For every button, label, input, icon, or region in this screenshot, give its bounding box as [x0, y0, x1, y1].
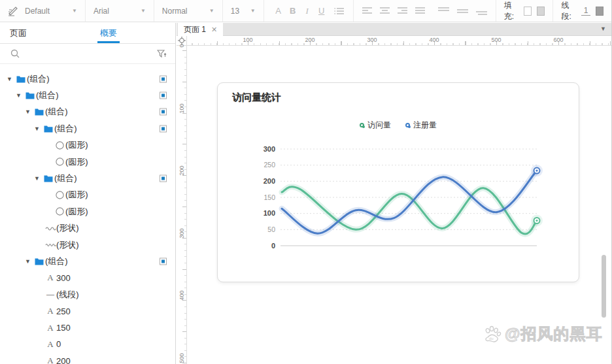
bold-button[interactable]: B: [286, 6, 299, 16]
align-left-icon[interactable]: [362, 7, 373, 15]
vertical-scrollbar-thumb[interactable]: [602, 255, 606, 318]
outline-tree: ▼(组合)▼(组合)▼(组合)▼(组合)(圆形)(圆形)▼(组合)(圆形)(圆形…: [0, 65, 175, 364]
style-selector-dropdown[interactable]: Default ▼: [25, 7, 77, 16]
tree-item[interactable]: (形状): [0, 237, 175, 253]
italic-button[interactable]: I: [301, 6, 314, 16]
tree-item[interactable]: A300: [0, 270, 175, 286]
align-justify-icon[interactable]: [415, 7, 426, 15]
group-select-toggle[interactable]: [160, 125, 167, 132]
svg-text:0: 0: [271, 242, 275, 250]
expand-chevron-icon[interactable]: ▼: [34, 175, 42, 182]
font-size-dropdown[interactable]: 13 ▼: [231, 7, 256, 16]
ruler-number: 500: [178, 350, 185, 364]
watermark: du @招风的黑耳: [483, 323, 602, 344]
style-group: Default ▼: [0, 0, 86, 22]
tree-item[interactable]: A0: [0, 336, 175, 352]
tree-item[interactable]: —(线段): [0, 286, 175, 303]
tree-item[interactable]: A250: [0, 303, 175, 319]
legend-item[interactable]: 访问量: [360, 120, 391, 131]
tree-item[interactable]: ▼(组合): [0, 120, 175, 137]
tree-item[interactable]: ▼(组合): [0, 87, 175, 103]
group-select-toggle[interactable]: [160, 92, 167, 99]
filter-icon[interactable]: [157, 49, 167, 59]
group-select-toggle[interactable]: [160, 257, 167, 265]
chevron-down-icon: ▼: [250, 8, 256, 14]
underline-button[interactable]: U: [315, 6, 328, 16]
bullet-list-icon[interactable]: [333, 7, 345, 16]
line-weight-input[interactable]: 1: [581, 6, 590, 16]
font-color-button[interactable]: A: [272, 6, 285, 16]
fill-color-swatch[interactable]: [524, 7, 532, 16]
vertical-ruler: 0100200300400500: [177, 46, 187, 364]
font-weight-dropdown[interactable]: Normal ▼: [162, 7, 214, 16]
svg-text:150: 150: [264, 193, 275, 201]
circle-shape-icon: [56, 207, 64, 216]
tree-item[interactable]: A200: [0, 353, 175, 364]
fill-shadow-swatch[interactable]: [537, 7, 545, 16]
svg-text:50: 50: [267, 225, 275, 233]
ruler-number: 0: [178, 38, 185, 54]
expand-chevron-icon[interactable]: ▼: [16, 92, 24, 99]
outline-search[interactable]: [0, 44, 175, 64]
group-select-toggle[interactable]: [160, 75, 167, 82]
wave-shape-icon: [45, 242, 56, 248]
line-color-swatch[interactable]: [596, 7, 604, 16]
folder-icon: [35, 108, 44, 116]
tree-item-label: (组合): [36, 90, 59, 101]
font-family-dropdown[interactable]: Arial ▼: [94, 7, 146, 16]
fill-label: 填充:: [504, 0, 519, 22]
expand-chevron-icon[interactable]: ▼: [25, 108, 33, 115]
text-icon: A: [47, 306, 53, 316]
tree-item[interactable]: (形状): [0, 220, 175, 237]
align-right-icon[interactable]: [397, 7, 408, 15]
group-select-toggle[interactable]: [160, 108, 167, 116]
circle-shape-icon: [56, 157, 64, 166]
expand-chevron-icon[interactable]: ▼: [7, 76, 15, 82]
group-select-toggle[interactable]: [160, 175, 167, 182]
font-size-value: 13: [231, 7, 241, 16]
tree-item-label: (线段): [56, 289, 79, 301]
tab-list-chevron-icon[interactable]: ▼: [600, 25, 606, 32]
folder-icon: [26, 91, 35, 99]
ruler-number: 300: [364, 37, 380, 43]
ruler-number: 200: [178, 163, 185, 178]
text-format-group: A B I U: [264, 0, 354, 22]
chart-widget-card[interactable]: 访问量统计 访问量注册量 300250200150100500: [217, 82, 579, 282]
tree-item-label: 0: [56, 339, 61, 349]
expand-chevron-icon[interactable]: ▼: [34, 125, 42, 132]
text-icon: A: [47, 356, 53, 364]
close-icon[interactable]: ✕: [211, 25, 217, 34]
tree-item[interactable]: ▼(组合): [0, 104, 175, 120]
tree-item[interactable]: A150: [0, 320, 175, 336]
font-weight-group: Normal ▼: [154, 0, 223, 22]
tab-outline[interactable]: 概要: [100, 23, 117, 43]
align-center-icon[interactable]: [379, 7, 390, 15]
tree-item[interactable]: (圆形): [0, 137, 175, 154]
valign-top-icon[interactable]: [437, 7, 450, 15]
tree-item[interactable]: ▼(组合): [0, 253, 175, 269]
legend-item[interactable]: 注册量: [405, 120, 437, 131]
folder-icon: [16, 75, 26, 83]
line-group: 线段: 1: [553, 0, 611, 22]
tree-item[interactable]: (圆形): [0, 187, 175, 203]
valign-bottom-icon[interactable]: [475, 7, 488, 15]
tree-item-label: (圆形): [65, 156, 88, 168]
tree-item[interactable]: (圆形): [0, 203, 175, 220]
tree-item-label: (形状): [56, 222, 79, 234]
expand-chevron-icon[interactable]: ▼: [25, 258, 33, 265]
tree-item-label: (组合): [27, 73, 50, 85]
text-icon: A: [47, 323, 53, 333]
ruler-number: 100: [240, 37, 256, 43]
canvas-area: 页面 1 ✕ ▼ 100200300400500600 010020030040…: [177, 23, 611, 364]
page-tab[interactable]: 页面 1 ✕: [178, 23, 223, 36]
tree-item[interactable]: (圆形): [0, 154, 175, 170]
line-label: 线段:: [561, 0, 576, 22]
tree-item-label: 200: [56, 356, 71, 364]
svg-text:100: 100: [264, 209, 275, 217]
legend-label: 访问量: [367, 120, 391, 131]
tree-item[interactable]: ▼(组合): [0, 71, 175, 87]
valign-middle-icon[interactable]: [456, 7, 469, 15]
tree-item[interactable]: ▼(组合): [0, 170, 175, 186]
tree-item-label: (组合): [45, 106, 68, 118]
tab-pages[interactable]: 页面: [10, 23, 27, 43]
